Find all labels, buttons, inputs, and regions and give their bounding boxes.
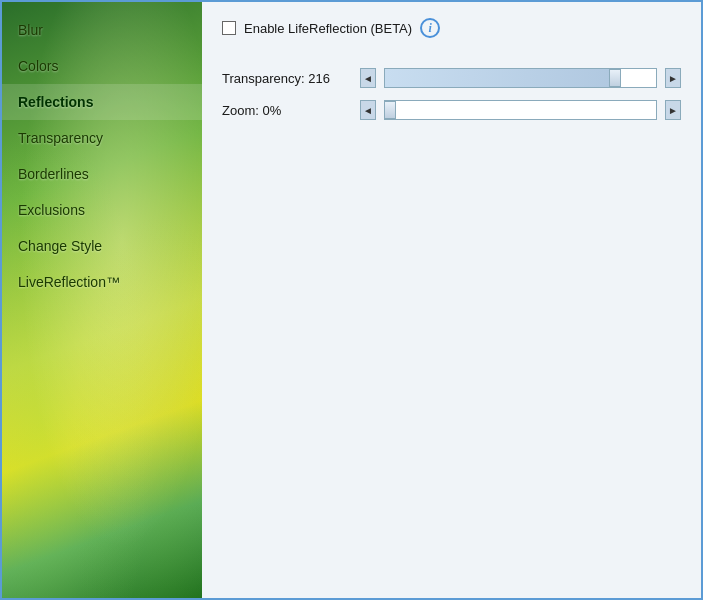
sidebar-item-change-style[interactable]: Change Style [2,228,202,264]
sidebar-item-transparency[interactable]: Transparency [2,120,202,156]
zoom-row: Zoom: 0% ◄ ► [222,100,681,120]
transparency-thumb[interactable] [609,69,621,87]
enable-row: Enable LifeReflection (BETA) i [222,18,681,48]
sidebar-item-borderlines[interactable]: Borderlines [2,156,202,192]
transparency-arrow-right[interactable]: ► [665,68,681,88]
transparency-track[interactable] [384,68,657,88]
sidebar-item-blur[interactable]: Blur [2,12,202,48]
enable-label: Enable LifeReflection (BETA) [244,21,412,36]
zoom-label: Zoom: 0% [222,103,352,118]
sidebar-item-live-reflection[interactable]: LiveReflection™ [2,264,202,300]
transparency-fill [385,69,615,87]
transparency-row: Transparency: 216 ◄ ► [222,68,681,88]
transparency-label: Transparency: 216 [222,71,352,86]
sidebar-item-exclusions[interactable]: Exclusions [2,192,202,228]
main-panel: Enable LifeReflection (BETA) i Transpare… [202,2,701,600]
transparency-arrow-left[interactable]: ◄ [360,68,376,88]
zoom-thumb[interactable] [384,101,396,119]
enable-checkbox[interactable] [222,21,236,35]
zoom-arrow-left[interactable]: ◄ [360,100,376,120]
sidebar-item-reflections[interactable]: Reflections [2,84,202,120]
zoom-arrow-right[interactable]: ► [665,100,681,120]
sidebar-item-colors[interactable]: Colors [2,48,202,84]
sidebar: Blur Colors Reflections Transparency Bor… [2,2,202,600]
info-icon[interactable]: i [420,18,440,38]
zoom-track[interactable] [384,100,657,120]
sidebar-nav: Blur Colors Reflections Transparency Bor… [2,2,202,300]
